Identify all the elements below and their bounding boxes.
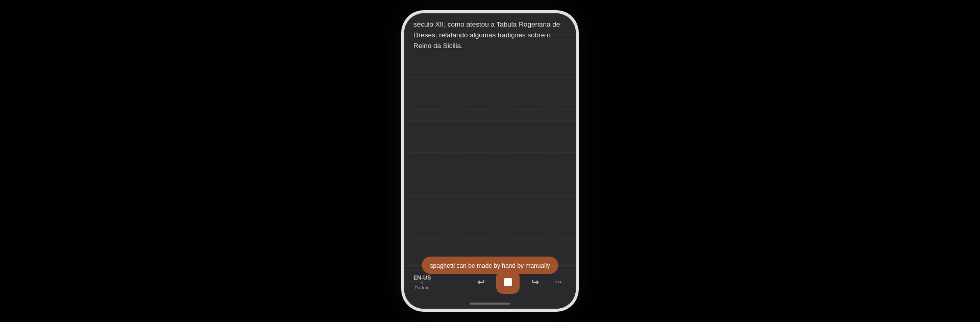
undo-button[interactable]: ↩ [473,274,489,290]
redo-icon: ↪ [531,277,539,288]
redo-button[interactable]: ↪ [527,274,543,290]
language-label: Padrão [415,285,430,290]
screen-content: século XII, como atestou a Tabula Rogeri… [404,13,576,309]
more-options-button[interactable]: ··· [550,274,567,290]
speech-text: spaghetti can be made by hand by manuall… [430,262,550,269]
more-icon: ··· [555,277,562,288]
phone-outer: século XII, como atestou a Tabula Rogeri… [401,10,579,312]
phone-inner: século XII, como atestou a Tabula Rogeri… [404,13,576,309]
speech-recognition-bubble: spaghetti can be made by hand by manuall… [422,257,558,274]
home-indicator [404,298,576,309]
undo-icon: ↩ [477,277,485,288]
chevron-down-icon: ∨ [421,281,424,285]
scene: século XII, como atestou a Tabula Rogeri… [0,0,980,322]
language-selector[interactable]: EN-US ∨ Padrão [413,274,431,290]
stop-square-icon [504,278,512,286]
language-code: EN-US [413,274,431,281]
document-text: século XII, como atestou a Tabula Rogeri… [413,19,567,52]
home-bar [470,303,510,305]
text-area: século XII, como atestou a Tabula Rogeri… [404,13,576,265]
